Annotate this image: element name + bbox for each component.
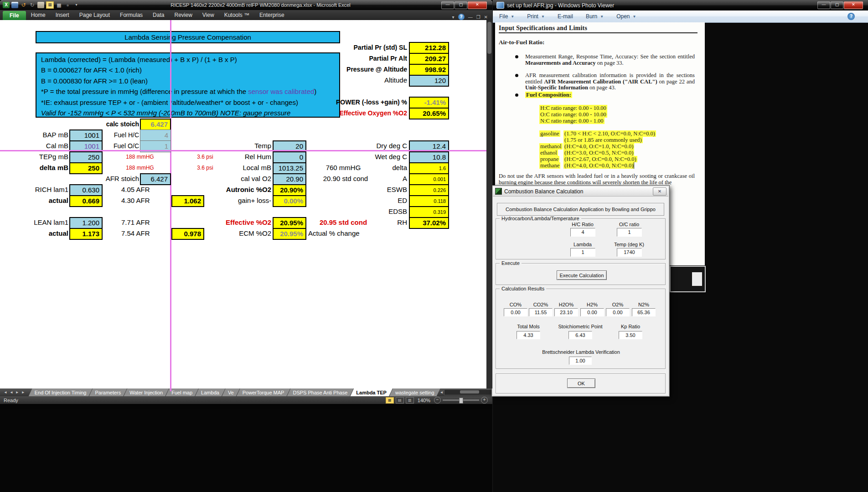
- redo-icon[interactable]: ↻: [29, 2, 36, 8]
- menu-print[interactable]: Print▼: [521, 13, 551, 20]
- page-break-view-icon[interactable]: ▥: [406, 397, 414, 404]
- page-layout-view-icon[interactable]: ▤: [396, 397, 404, 404]
- cell-value[interactable]: 0.226: [409, 184, 449, 196]
- cell-value[interactable]: 1.062: [171, 195, 204, 207]
- tab-enterprise[interactable]: Enterprise: [254, 10, 289, 20]
- workbook-restore-icon[interactable]: ❐: [476, 15, 480, 20]
- cell-value[interactable]: 20.65%: [409, 108, 449, 119]
- sheet-tab-wastegate-setting[interactable]: wastegate setting: [389, 388, 440, 396]
- sheet-tab-dsps-phase-anti-phase[interactable]: DSPS Phase Anti Phase: [287, 388, 353, 396]
- normal-view-icon[interactable]: ▦: [386, 397, 394, 404]
- scrollbar-thumb[interactable]: [487, 22, 491, 54]
- cell-value[interactable]: 1.200: [69, 217, 103, 229]
- cell-value[interactable]: 0.319: [409, 206, 449, 218]
- cell-value[interactable]: 250: [69, 151, 103, 163]
- cell-value[interactable]: 10.8: [409, 151, 449, 163]
- tab-view[interactable]: View: [197, 10, 219, 20]
- tab-data[interactable]: Data: [148, 10, 169, 20]
- paste-icon[interactable]: [37, 2, 44, 8]
- first-sheet-icon[interactable]: ◄: [4, 390, 7, 394]
- hc-ratio-input[interactable]: 4: [570, 228, 595, 237]
- hscroll-thumb[interactable]: [460, 390, 479, 394]
- menu-email[interactable]: E-mail: [551, 13, 579, 20]
- undo-icon[interactable]: ↺: [20, 2, 27, 8]
- excel-logo-icon[interactable]: X: [3, 2, 10, 8]
- zoom-slider-thumb[interactable]: [459, 398, 463, 404]
- worksheet-area[interactable]: Lambda Sensing Pressure Compensation Lam…: [0, 20, 492, 388]
- vertical-scrollbar[interactable]: [486, 20, 492, 388]
- record-macro-icon[interactable]: ●: [64, 2, 71, 8]
- menu-open[interactable]: Open▼: [610, 13, 642, 20]
- menu-burn[interactable]: Burn▼: [579, 13, 610, 20]
- cell-value[interactable]: 1.173: [69, 228, 103, 240]
- cell-value[interactable]: 0.630: [69, 184, 103, 196]
- cell-value[interactable]: 0.118: [409, 195, 449, 207]
- help-icon[interactable]: ?: [458, 14, 465, 20]
- temp-input[interactable]: 1740: [617, 248, 642, 257]
- maximize-button[interactable]: ▢: [455, 1, 467, 9]
- tab-review[interactable]: Review: [169, 10, 197, 20]
- cell-value[interactable]: 0.001: [409, 173, 449, 185]
- cell-value[interactable]: 1.6: [409, 162, 449, 174]
- tab-insert[interactable]: Insert: [51, 10, 74, 20]
- close-button[interactable]: ✕: [468, 1, 487, 9]
- zoom-in-icon[interactable]: +: [481, 397, 488, 404]
- lambda-input[interactable]: 1: [570, 248, 595, 257]
- sheet-tab-lambda[interactable]: Lambda: [195, 388, 225, 396]
- quick-access-toolbar: X ↺ ↻ ▦ ▦ ● ▾: [0, 1, 80, 9]
- cell-value[interactable]: 120: [409, 75, 449, 87]
- cell-value[interactable]: 250: [69, 162, 103, 174]
- help-icon[interactable]: ?: [847, 13, 855, 20]
- table-icon[interactable]: ▦: [56, 2, 62, 8]
- oc-ratio-input[interactable]: 1: [617, 228, 642, 237]
- ribbon-collapse-icon[interactable]: ▾: [452, 15, 455, 20]
- ok-button[interactable]: OK: [567, 378, 595, 388]
- cell-value[interactable]: 6.427: [140, 173, 171, 185]
- sheet-tab-lambda-tep[interactable]: Lambda TEP: [350, 388, 393, 396]
- table-style-icon[interactable]: ▦: [46, 1, 54, 9]
- dialog-close-icon[interactable]: ✕: [653, 187, 666, 196]
- last-sheet-icon[interactable]: ►: [21, 390, 25, 394]
- cell-value[interactable]: 209.27: [409, 53, 449, 65]
- hscroll-track[interactable]: [444, 389, 492, 395]
- next-sheet-icon[interactable]: ►: [16, 390, 19, 394]
- execute-calculation-button[interactable]: Execute Calculation: [557, 270, 607, 280]
- sheet-tab-ve[interactable]: Ve: [222, 388, 240, 396]
- tab-kutools[interactable]: Kutools ™: [219, 10, 254, 20]
- cell-value[interactable]: 998.92: [409, 64, 449, 76]
- zoom-slider[interactable]: [443, 399, 479, 401]
- cell-value[interactable]: 6.427: [140, 119, 171, 130]
- cell-value[interactable]: 37.02%: [409, 217, 449, 229]
- minimize-button[interactable]: —: [817, 1, 830, 9]
- afr-note: 4.05 AFR: [121, 184, 165, 195]
- zoom-out-icon[interactable]: −: [434, 397, 441, 404]
- sheet-tab-end-of-injection-timing[interactable]: End Of Injection Timing: [29, 388, 93, 396]
- save-icon[interactable]: [11, 2, 18, 8]
- horizontal-scrollbar[interactable]: ◄ ►: [440, 388, 492, 396]
- sheet-tab-water-injection[interactable]: Water Injection: [124, 388, 169, 396]
- prev-sheet-icon[interactable]: ◄: [10, 390, 13, 394]
- cell-label: Pressure @ Altitude: [293, 64, 407, 75]
- minimize-button[interactable]: —: [441, 1, 454, 9]
- cell-value[interactable]: 0.669: [69, 195, 103, 207]
- cell-value[interactable]: 20.95%: [273, 228, 306, 240]
- workbook-minimize-icon[interactable]: —: [468, 15, 473, 20]
- qat-customize-icon[interactable]: ▾: [73, 2, 80, 8]
- menu-file[interactable]: File▼: [493, 13, 521, 20]
- cell-value[interactable]: -1.41%: [409, 97, 449, 109]
- scroll-left-icon[interactable]: ◄: [440, 390, 444, 394]
- dialog-title-bar[interactable]: Combustion Balance Calculation ✕: [493, 186, 668, 197]
- tab-formulas[interactable]: Formulas: [115, 10, 148, 20]
- tab-home[interactable]: Home: [26, 10, 51, 20]
- maximize-button[interactable]: ▢: [831, 1, 843, 9]
- cell-value[interactable]: 0.978: [171, 228, 204, 240]
- cell-value[interactable]: 212.28: [409, 42, 449, 54]
- tab-file[interactable]: File: [3, 11, 26, 20]
- close-button[interactable]: ✕: [844, 1, 863, 9]
- workbook-close-icon[interactable]: ✕: [484, 15, 488, 20]
- zoom-level[interactable]: 140%: [418, 398, 430, 403]
- sheet-tab-parameters[interactable]: Parameters: [89, 388, 127, 396]
- tab-page-layout[interactable]: Page Layout: [74, 10, 115, 20]
- sheet-tab-powertorque-map[interactable]: PowerTorque MAP: [237, 388, 290, 396]
- cell-value[interactable]: 4: [140, 129, 171, 141]
